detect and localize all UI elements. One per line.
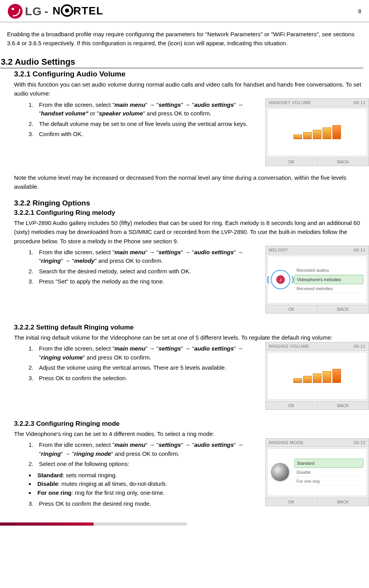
s3223-step3: Press OK to confirm the desired ring mod… xyxy=(35,499,261,508)
volume-bars-icon xyxy=(293,369,341,383)
s3221-step1: From the idle screen, select "main menu"… xyxy=(35,248,261,266)
s3221-step3: Press "Set" to apply the melody as the r… xyxy=(35,277,261,286)
fig4-back: BACK xyxy=(317,498,369,506)
figure-handset-volume: HANDSET VOLUME 00:11 OK BACK xyxy=(265,98,369,166)
heading-3-2-2: 3.2.2 Ringing Options xyxy=(14,199,369,207)
brand-logo: LG - NRTEL xyxy=(8,4,103,19)
brand-lg: LG xyxy=(25,5,42,18)
s3222-step2: Adjust the volume using the vertical arr… xyxy=(35,363,261,372)
fig2-ok: OK xyxy=(266,305,317,313)
fig4-ok: OK xyxy=(266,498,317,506)
s321-step2: The default volume may be set to one of … xyxy=(35,120,261,129)
s3223-step1: From the idle screen, select "main menu"… xyxy=(35,441,261,458)
s321-step1: From the idle screen, select "main menu"… xyxy=(35,101,261,118)
fig3-time: 00:12 xyxy=(354,344,365,349)
heading-3-2-2-1: 3.2.2.1 Configuring Ring melody xyxy=(14,209,369,217)
music-note-icon: ♪ xyxy=(276,275,285,284)
s3222-step3: Press OK to confirm the selection. xyxy=(35,374,261,383)
intro-paragraph: Enabling the a broadband profile may req… xyxy=(7,30,369,48)
fig3-title: RINGING VOLUME xyxy=(269,344,309,349)
fig3-ok: OK xyxy=(266,402,317,409)
fig1-time: 00:11 xyxy=(354,100,365,105)
nortel-globe-icon xyxy=(61,4,73,17)
heading-3-2-2-2: 3.2.2.2 Setting default Ringing volume xyxy=(14,324,369,331)
lg-logo-icon xyxy=(8,4,23,19)
volume-bars-icon xyxy=(293,125,341,139)
figure-melody: MELODY 00:11 ♪ Recorded audios Videophon… xyxy=(265,246,369,313)
s321-note: Note the volume level may be increased o… xyxy=(14,173,369,191)
brand-nortel: NRTEL xyxy=(53,5,103,18)
page-number: 8 xyxy=(358,8,361,14)
fig4-time: 00:12 xyxy=(354,440,365,445)
fig1-back: BACK xyxy=(317,158,369,166)
fig1-title: HANDSET VOLUME xyxy=(269,100,311,105)
s3223-bullet1: Standard: sets normal ringing. xyxy=(35,471,261,480)
s321-intro: With this function you can set audio vol… xyxy=(14,81,361,97)
mel-opt1: Recorded audios xyxy=(294,266,364,275)
heading-3-2: 3.2 Audio Settings xyxy=(0,57,363,68)
page-header: LG - NRTEL 8 xyxy=(0,4,369,22)
s3222-step1: From the idle screen, select "main menu"… xyxy=(35,344,261,362)
mode-options: Standard Disable For one ring xyxy=(294,459,364,486)
s3223-bullet2: Disable: mutes ringing at all times, do-… xyxy=(35,480,261,489)
figure-ringing-mode: RINGING MODE 00:12 Standard Disable For … xyxy=(265,438,369,506)
melody-options: Recorded audios Videophone's melodies Re… xyxy=(294,266,364,293)
fig4-title: RINGING MODE xyxy=(269,440,304,445)
fig2-title: MELODY xyxy=(269,248,288,252)
s3221-intro: The LVP-2890 Audio gallery includes 50 (… xyxy=(14,218,369,246)
fig3-back: BACK xyxy=(317,402,369,409)
mode-opt3: For one ring xyxy=(294,477,364,486)
brand-rtel: RTEL xyxy=(73,5,103,17)
mel-opt2: Videophone's melodies xyxy=(294,275,364,284)
fig2-time: 00:11 xyxy=(354,248,365,252)
heading-3-2-1: 3.2.1 Configuring Audio Volume xyxy=(14,70,369,78)
fig1-ok: OK xyxy=(266,158,317,166)
s321-step3: Confirm with OK. xyxy=(35,130,261,139)
heading-3-2-2-3: 3.2.2.3 Configuring Ringing mode xyxy=(14,420,369,428)
brand-dash: - xyxy=(44,5,49,18)
s3222-intro: The initial ring default volume for the … xyxy=(14,333,369,342)
mode-opt1: Standard xyxy=(294,459,364,468)
fig2-back: BACK xyxy=(317,305,369,313)
s3223-intro: The Videophone's ring can be set to 4 di… xyxy=(14,429,369,438)
s3223-step2: Select one of the following options: xyxy=(35,460,261,469)
s3221-step2: Search for the desired melody, select an… xyxy=(35,267,261,276)
melody-speaker-icon: ♪ xyxy=(271,270,290,289)
brand-n: N xyxy=(53,5,61,17)
mode-opt2: Disable xyxy=(294,468,364,477)
footer-decorative-bar xyxy=(0,522,187,526)
speaker-lens-icon xyxy=(271,463,290,482)
header-rule xyxy=(0,22,369,22)
figure-ringing-volume: RINGING VOLUME 00:12 OK BACK xyxy=(265,342,369,410)
s3223-bullet3: For one ring: ring for the first ring on… xyxy=(35,489,261,498)
mel-opt3: Received melodies xyxy=(294,284,364,293)
